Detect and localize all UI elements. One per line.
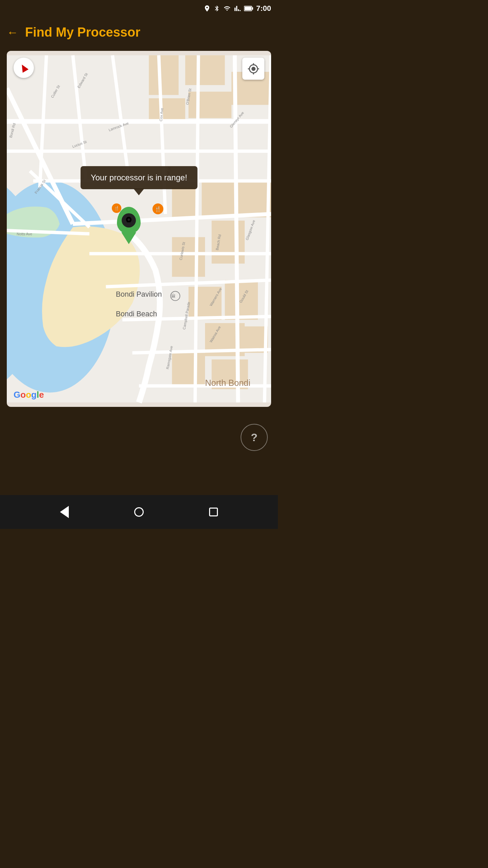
location-icon bbox=[203, 5, 211, 12]
svg-rect-6 bbox=[185, 55, 225, 85]
tooltip-text: Your processor is in range! bbox=[91, 173, 187, 182]
pin-point bbox=[121, 232, 136, 244]
google-e: e bbox=[39, 390, 44, 400]
compass-button[interactable] bbox=[14, 58, 34, 78]
google-l: l bbox=[37, 390, 39, 400]
location-button[interactable] bbox=[242, 58, 264, 80]
help-button[interactable]: ? bbox=[241, 424, 268, 451]
battery-icon bbox=[244, 5, 253, 12]
crosshair-icon bbox=[247, 63, 260, 75]
svg-rect-9 bbox=[149, 98, 185, 121]
nav-back-icon bbox=[60, 506, 69, 518]
svg-text:🏛: 🏛 bbox=[171, 294, 176, 299]
nav-recent-icon bbox=[209, 508, 218, 516]
compass-arrow bbox=[19, 63, 28, 73]
wifi-icon bbox=[223, 5, 231, 12]
pin-body bbox=[117, 207, 141, 234]
google-o2: o bbox=[26, 390, 31, 400]
google-logo: G o o g l e bbox=[14, 390, 44, 400]
map-container[interactable]: Cutler St Edward St Lucius St Lamrock Av… bbox=[7, 51, 271, 407]
processor-tooltip: Your processor is in range! bbox=[81, 166, 198, 189]
pin-icon bbox=[122, 213, 136, 228]
nav-home-button[interactable] bbox=[134, 507, 144, 517]
bluetooth-icon bbox=[214, 5, 220, 12]
svg-text:Bondi Pavilion: Bondi Pavilion bbox=[116, 290, 162, 298]
google-g2: g bbox=[31, 390, 37, 400]
svg-text:Bondi Beach: Bondi Beach bbox=[116, 310, 157, 318]
google-G: G bbox=[14, 390, 20, 400]
nav-recent-button[interactable] bbox=[209, 508, 218, 516]
svg-rect-20 bbox=[172, 353, 205, 386]
svg-rect-12 bbox=[238, 181, 271, 217]
google-o1: o bbox=[20, 390, 26, 400]
status-time: 7:00 bbox=[256, 4, 271, 13]
status-bar: 7:00 bbox=[0, 0, 278, 17]
status-icons: 7:00 bbox=[203, 4, 271, 13]
page-title: Find My Processor bbox=[25, 25, 140, 40]
signal-icon bbox=[234, 5, 241, 12]
help-label: ? bbox=[251, 431, 258, 444]
svg-text:Notts Ave: Notts Ave bbox=[17, 232, 32, 236]
svg-rect-8 bbox=[188, 92, 231, 118]
svg-rect-14 bbox=[172, 188, 199, 217]
nav-back-button[interactable] bbox=[60, 506, 69, 518]
app-header: ← Find My Processor bbox=[0, 17, 278, 47]
nav-home-icon bbox=[134, 507, 144, 517]
bottom-nav bbox=[0, 495, 278, 529]
svg-rect-1 bbox=[252, 7, 253, 10]
svg-text:North Bondi: North Bondi bbox=[205, 378, 250, 388]
processor-pin bbox=[117, 207, 141, 234]
svg-rect-2 bbox=[245, 7, 251, 11]
food-pin-right: 🍴 bbox=[152, 203, 163, 214]
svg-rect-10 bbox=[172, 237, 205, 277]
svg-rect-13 bbox=[202, 181, 235, 217]
back-button[interactable]: ← bbox=[7, 26, 18, 39]
svg-rect-5 bbox=[149, 55, 179, 95]
